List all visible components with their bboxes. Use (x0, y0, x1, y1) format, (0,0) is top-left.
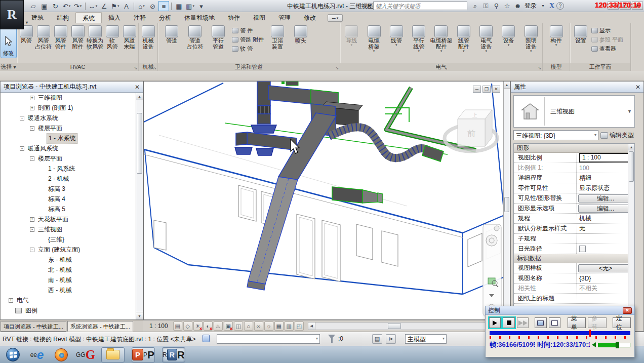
application-menu-button[interactable]: R ▾ (0, 0, 24, 29)
expand-toggle-icon[interactable]: - (20, 146, 24, 151)
tree-item[interactable]: - 三维视图 (1, 224, 136, 234)
close-icon[interactable]: ✕ (635, 84, 640, 91)
expand-toggle-icon[interactable]: + (30, 217, 34, 222)
worksharing-display-icon[interactable]: ▦ (274, 321, 284, 331)
property-row[interactable]: 规程 机械 (514, 214, 634, 224)
property-row[interactable]: 图纸上的标题 (514, 294, 634, 304)
fast-forward-button[interactable] (517, 317, 529, 328)
powerpoint-icon[interactable]: PP P (132, 347, 155, 362)
ribbon-small-button[interactable]: 查看器 (591, 45, 623, 53)
ribbon-button[interactable]: 风管 管件 (52, 24, 69, 50)
edit-type-button[interactable]: 编辑类型 (600, 131, 634, 140)
ribbon-button[interactable]: 管道 (160, 24, 183, 50)
property-row[interactable]: 默认分析显示样式 无 (514, 224, 634, 234)
model-panel-label[interactable]: 模型 (543, 63, 570, 71)
signin-label[interactable]: 登录 (525, 2, 537, 10)
ribbon-button[interactable]: 构件 ▾ (545, 24, 568, 47)
section-header[interactable]: 图形« (514, 144, 634, 153)
ribbon-small-button[interactable]: 管路 附件 (232, 35, 264, 44)
expand-toggle-icon[interactable]: - (30, 248, 34, 252)
expand-toggle-icon[interactable]: + (9, 298, 13, 303)
properties-scrollbar[interactable]: ▲ ▼ (628, 144, 634, 328)
show-crop-icon[interactable]: ◫ (234, 321, 243, 331)
scroll-up-icon[interactable]: ▲ (628, 144, 634, 150)
property-row[interactable]: 视图样板 <无> (514, 263, 634, 273)
customize-qat-icon[interactable]: ▾ (196, 1, 207, 11)
expand-toggle-icon[interactable]: + (30, 106, 34, 110)
ribbon-button[interactable]: 导线 ▾ (340, 24, 363, 47)
property-row[interactable]: 可见性/图形替换 编辑... (514, 193, 634, 204)
tree-item[interactable]: + 三维视图 (1, 93, 136, 103)
type-combo[interactable]: 三维视图: {3D} (513, 130, 598, 140)
browser-tab[interactable]: 系统浏览器 - 中铁建工... (67, 321, 133, 332)
rendering-dialog-icon[interactable]: ♨ (214, 321, 223, 331)
expand-toggle-icon[interactable]: + (30, 96, 34, 100)
scale-button[interactable]: 1 : 100 (145, 322, 172, 330)
detail-level-icon[interactable]: ▤ (173, 321, 182, 331)
fullscreen-button[interactable] (549, 317, 560, 328)
viewport-scrollbar[interactable]: ▲ (503, 82, 510, 319)
switch-windows-icon[interactable]: ▥ (185, 1, 195, 11)
ribbon-small-button[interactable]: 参照 平面 (591, 35, 623, 44)
tag-icon[interactable]: ⚑ (110, 1, 120, 11)
property-row[interactable]: 视图名称 {3D} (514, 273, 634, 284)
title-flyout-arrow[interactable]: ▶ (368, 3, 371, 8)
section-icon[interactable]: ⊘ (147, 1, 158, 11)
menu-button[interactable]: 菜单 (568, 317, 586, 328)
drawing-area[interactable]: 前 上 ─ ❐ ✕ (143, 81, 510, 320)
separator[interactable] (134, 3, 134, 10)
ribbon-tab[interactable]: 结构 (50, 12, 75, 23)
sync-icon[interactable]: ↻ (50, 1, 61, 11)
select-panel-label[interactable]: 选择 ▾ (0, 63, 17, 71)
tree-item[interactable]: 1 - 水系统 (1, 133, 136, 143)
ribbon-small-button[interactable]: 管 件 (232, 26, 264, 34)
play-button[interactable] (489, 317, 501, 328)
displaced-elements-icon[interactable]: ◰ (295, 321, 304, 331)
expand-toggle-icon[interactable]: - (20, 116, 24, 120)
ribbon-tab[interactable]: 插入 (102, 12, 127, 23)
property-row[interactable]: 详细程度 精细 (514, 173, 634, 183)
editable-only-icon[interactable]: ▤ (372, 334, 382, 344)
ribbon-tab[interactable]: 协作 (221, 12, 247, 23)
ribbon-button[interactable]: 设备 ▾ (497, 24, 519, 47)
plumbing-panel-label[interactable]: 卫浴和管道↘ (158, 63, 340, 71)
ribbon-small-button[interactable]: 软 管 (232, 45, 264, 53)
ie-icon[interactable]: ee e (28, 347, 46, 362)
view-minimize-icon[interactable]: ─ (473, 86, 481, 93)
temp-view-properties-icon[interactable]: ▥ (285, 321, 294, 331)
help-icon[interactable]: ? (556, 2, 564, 10)
panel-launcher-icon[interactable]: ↘ (153, 66, 156, 70)
ribbon-small-button[interactable]: 显示 (591, 26, 623, 34)
tree-item[interactable]: - 楼层平面 (1, 153, 136, 164)
mechanical-panel-label[interactable]: 机械↘ (139, 63, 157, 71)
multi-section-button[interactable]: 多节 (588, 317, 606, 328)
visual-style-icon[interactable]: ◇ (183, 321, 192, 331)
view-close-icon[interactable]: ✕ (492, 86, 500, 93)
ribbon-button[interactable]: 设置 (572, 24, 589, 44)
scroll-up-icon[interactable]: ▲ (504, 82, 510, 89)
property-row[interactable]: 零件可见性 显示原状态 (514, 183, 634, 193)
ribbon-button[interactable]: 管道 占位符 (183, 24, 207, 50)
type-selector[interactable]: 三维视图 ▼ (513, 95, 635, 128)
tree-item[interactable]: 标高 4 (1, 194, 136, 204)
g-app-icon[interactable]: GG G (77, 347, 94, 362)
exchange-apps-icon[interactable]: X (549, 2, 554, 10)
electrical-panel-label[interactable]: 电气↘ (340, 63, 542, 71)
property-row[interactable]: 比例值 1: 100 (514, 163, 634, 173)
stop-button[interactable] (503, 317, 514, 328)
scroll-down-icon[interactable]: ▼ (136, 312, 143, 319)
tree-item[interactable]: - 立面 (建筑立面) (1, 245, 136, 255)
temp-hide-isolate-icon[interactable]: ∞ (254, 321, 263, 331)
scroll-up-icon[interactable]: ▲ (136, 93, 143, 100)
tree-item[interactable]: 北 - 机械 (1, 265, 136, 275)
filter-icon[interactable] (328, 335, 335, 339)
expand-toggle-icon[interactable]: - (30, 227, 34, 232)
shadows-icon[interactable]: ◐ (204, 321, 213, 331)
communication-center-icon[interactable]: ⚲ (492, 2, 501, 10)
scroll-thumb[interactable] (137, 113, 142, 174)
default-3d-view-icon[interactable]: ⌂ (136, 1, 147, 11)
model-canvas[interactable]: 前 上 (144, 82, 504, 319)
crop-view-icon[interactable]: ▣ (224, 321, 233, 331)
ribbon-button[interactable]: 风道 末端 (121, 24, 138, 50)
tree-item[interactable]: {三维} (1, 234, 136, 245)
